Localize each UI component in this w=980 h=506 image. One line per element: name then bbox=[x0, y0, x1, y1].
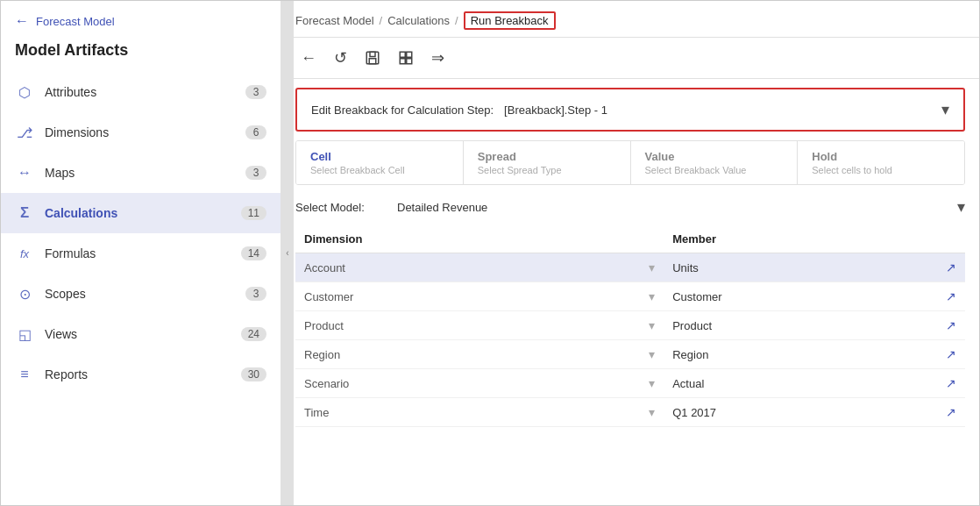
member-cell-5: Q1 2017 ↗ bbox=[664, 398, 965, 427]
toolbar-back-button[interactable]: ← bbox=[295, 46, 322, 71]
sidebar-item-maps[interactable]: ↔ Maps 3 bbox=[1, 153, 281, 193]
breadcrumb-forecast-model[interactable]: Forecast Model bbox=[295, 14, 374, 27]
member-name-5: Q1 2017 bbox=[672, 406, 716, 419]
wizard-steps: Cell Select Breakback Cell Spread Select… bbox=[295, 140, 965, 185]
wizard-step-spread[interactable]: Spread Select Spread Type bbox=[464, 141, 631, 184]
col-header-dimension: Dimension bbox=[295, 225, 664, 253]
member-cell-3: Region ↗ bbox=[664, 340, 965, 369]
sidebar-item-views[interactable]: ◱ Views 24 bbox=[1, 314, 281, 354]
member-cell-4: Actual ↗ bbox=[664, 369, 965, 398]
collapse-icon: ‹ bbox=[286, 248, 288, 258]
external-link-icon-3[interactable]: ↗ bbox=[946, 347, 956, 361]
sidebar-label-dimensions: Dimensions bbox=[45, 125, 235, 139]
step-header-value: [Breakback].Step - 1 bbox=[504, 103, 941, 117]
sidebar-label-formulas: Formulas bbox=[45, 246, 231, 260]
svg-rect-5 bbox=[400, 59, 405, 64]
sidebar-item-dimensions[interactable]: ⎇ Dimensions 6 bbox=[1, 112, 281, 153]
member-name-2: Product bbox=[672, 319, 712, 332]
table-row: Scenario ▾ Actual ↗ bbox=[295, 369, 965, 398]
breadcrumb-calculations[interactable]: Calculations bbox=[387, 14, 450, 27]
external-link-icon-5[interactable]: ↗ bbox=[946, 405, 956, 419]
table-row: Product ▾ Product ↗ bbox=[295, 311, 965, 340]
step-header-dropdown-icon[interactable]: ▾ bbox=[941, 100, 949, 119]
sidebar-badge-maps: 3 bbox=[245, 166, 266, 180]
wizard-step-cell[interactable]: Cell Select Breakback Cell bbox=[296, 141, 464, 184]
member-cell-0: Units ↗ bbox=[664, 253, 965, 282]
select-model-value[interactable]: Detailed Revenue ▾ bbox=[397, 197, 965, 217]
dim-cell-2: Product ▾ bbox=[295, 311, 664, 340]
maps-icon: ↔ bbox=[15, 163, 34, 182]
back-link[interactable]: Forecast Model bbox=[36, 15, 115, 28]
external-link-icon-2[interactable]: ↗ bbox=[946, 318, 956, 332]
toolbar-save-button[interactable] bbox=[359, 46, 386, 69]
sidebar-badge-scopes: 3 bbox=[245, 287, 266, 301]
sidebar-label-reports: Reports bbox=[45, 367, 231, 381]
sidebar-label-attributes: Attributes bbox=[45, 85, 235, 99]
step-header: Edit Breakback for Calculation Step: [Br… bbox=[295, 88, 965, 132]
svg-rect-2 bbox=[369, 59, 376, 64]
dimension-table: Dimension Member Account ▾ Units ↗ bbox=[295, 225, 965, 427]
select-model-dropdown-icon[interactable]: ▾ bbox=[957, 197, 965, 217]
sidebar-label-scopes: Scopes bbox=[45, 287, 235, 301]
wizard-step-hold[interactable]: Hold Select cells to hold bbox=[798, 141, 964, 184]
sidebar-item-formulas[interactable]: fx Formulas 14 bbox=[1, 233, 281, 274]
external-link-icon-4[interactable]: ↗ bbox=[946, 376, 956, 390]
external-link-icon-0[interactable]: ↗ bbox=[946, 260, 956, 274]
dim-dropdown-4[interactable]: ▾ bbox=[649, 376, 655, 390]
table-row: Customer ▾ Customer ↗ bbox=[295, 282, 965, 311]
wizard-step-cell-subtitle: Select Breakback Cell bbox=[310, 165, 449, 175]
table-row: Region ▾ Region ↗ bbox=[295, 340, 965, 369]
sidebar-badge-formulas: 14 bbox=[241, 246, 266, 260]
select-model-label: Select Model: bbox=[295, 201, 383, 214]
member-name-4: Actual bbox=[672, 377, 704, 390]
dim-name-4: Scenario bbox=[304, 377, 349, 390]
sidebar-item-calculations[interactable]: Σ Calculations 11 bbox=[1, 193, 281, 233]
svg-rect-3 bbox=[400, 52, 405, 57]
wizard-step-value[interactable]: Value Select Breakback Value bbox=[631, 141, 799, 184]
sidebar-nav: ⬡ Attributes 3 ⎇ Dimensions 6 ↔ Maps 3 Σ… bbox=[1, 72, 281, 505]
wizard-step-hold-subtitle: Select cells to hold bbox=[812, 165, 950, 175]
dim-name-0: Account bbox=[304, 261, 345, 274]
table-row: Time ▾ Q1 2017 ↗ bbox=[295, 398, 965, 427]
calculations-icon: Σ bbox=[15, 203, 34, 223]
dim-name-1: Customer bbox=[304, 290, 353, 303]
attributes-icon: ⬡ bbox=[15, 82, 34, 102]
back-arrow-icon: ← bbox=[15, 13, 29, 29]
sidebar-header: ← Forecast Model bbox=[1, 1, 281, 38]
toolbar-grid-button[interactable] bbox=[393, 46, 419, 69]
sidebar-item-scopes[interactable]: ⊙ Scopes 3 bbox=[1, 274, 281, 314]
main-content: Forecast Model / Calculations / Run Brea… bbox=[281, 1, 979, 505]
sidebar-label-maps: Maps bbox=[45, 166, 235, 180]
views-icon: ◱ bbox=[15, 324, 34, 344]
sidebar-title: Model Artifacts bbox=[1, 38, 281, 72]
dim-cell-0: Account ▾ bbox=[295, 253, 664, 282]
toolbar-export-button[interactable]: ⇒ bbox=[426, 45, 450, 71]
wizard-step-spread-subtitle: Select Spread Type bbox=[478, 165, 616, 175]
sidebar-collapse-handle[interactable]: ‹ bbox=[281, 1, 294, 505]
dim-name-3: Region bbox=[304, 348, 340, 361]
dim-dropdown-0[interactable]: ▾ bbox=[649, 260, 655, 274]
breadcrumb-sep2: / bbox=[455, 14, 458, 27]
reports-icon: ≡ bbox=[15, 365, 34, 384]
external-link-icon-1[interactable]: ↗ bbox=[946, 289, 956, 303]
sidebar-badge-dimensions: 6 bbox=[245, 125, 266, 139]
dim-dropdown-1[interactable]: ▾ bbox=[649, 289, 655, 303]
content-area: Select Model: Detailed Revenue ▾ Dimensi… bbox=[281, 185, 979, 505]
toolbar: ← ↺ ⇒ bbox=[281, 38, 979, 79]
sidebar-item-attributes[interactable]: ⬡ Attributes 3 bbox=[1, 72, 281, 112]
breadcrumb-sep1: / bbox=[380, 14, 383, 27]
sidebar: ← Forecast Model Model Artifacts ⬡ Attri… bbox=[1, 1, 281, 505]
sidebar-item-reports[interactable]: ≡ Reports 30 bbox=[1, 354, 281, 395]
dim-dropdown-2[interactable]: ▾ bbox=[649, 318, 655, 332]
dim-dropdown-5[interactable]: ▾ bbox=[649, 405, 655, 419]
wizard-step-cell-title: Cell bbox=[310, 150, 449, 163]
wizard-step-value-title: Value bbox=[645, 150, 784, 163]
member-cell-2: Product ↗ bbox=[664, 311, 965, 340]
dim-dropdown-3[interactable]: ▾ bbox=[649, 347, 655, 361]
toolbar-refresh-button[interactable]: ↺ bbox=[329, 45, 352, 71]
sidebar-badge-reports: 30 bbox=[241, 367, 266, 381]
breadcrumb-current: Run Breakback bbox=[464, 11, 556, 30]
dim-name-2: Product bbox=[304, 319, 344, 332]
breadcrumb: Forecast Model / Calculations / Run Brea… bbox=[281, 1, 979, 38]
dim-name-5: Time bbox=[304, 406, 329, 419]
